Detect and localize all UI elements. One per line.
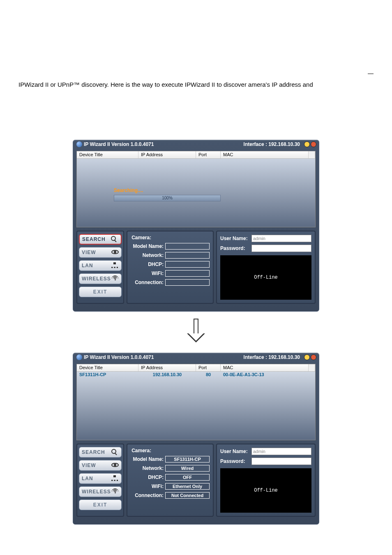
search-button[interactable]: SEARCH (79, 234, 122, 245)
username-label: User Name: (220, 449, 251, 454)
scrollbar-header (309, 151, 315, 158)
col-ip-address[interactable]: IP Address (138, 364, 196, 371)
search-button-label: SEARCH (82, 449, 105, 455)
connection-label: Connection: (130, 493, 165, 498)
lan-button-label: LAN (82, 476, 93, 481)
wireless-button[interactable]: WIRELESS (79, 273, 122, 284)
sidebar: SEARCH VIEW LAN WIRELESS EXIT (76, 231, 124, 304)
search-button[interactable]: SEARCH (79, 447, 122, 458)
network-value: Wired (165, 465, 210, 472)
list-header: Device Title IP Address Port MAC (77, 151, 315, 159)
col-mac[interactable]: MAC (221, 151, 309, 158)
lan-icon (111, 475, 119, 482)
wifi-value (165, 270, 210, 277)
search-button-label: SEARCH (82, 236, 106, 242)
search-icon (111, 236, 118, 243)
wifi-value: Ethernet Only (165, 483, 210, 490)
interface-label: Interface : 192.168.10.30 (244, 354, 300, 360)
progress-percent: 100% (114, 196, 220, 200)
preview-area: Off-Line (220, 468, 311, 513)
col-device-title[interactable]: Device Title (77, 364, 138, 371)
col-ip-address[interactable]: IP Address (138, 151, 196, 158)
window-title: IP Wizard II Version 1.0.0.4071 (84, 354, 154, 360)
wireless-button-label: WIRELESS (82, 276, 111, 282)
titlebar[interactable]: IP Wizard II Version 1.0.0.4071 Interfac… (73, 353, 319, 362)
username-field[interactable] (251, 235, 311, 242)
network-label: Network: (130, 465, 165, 471)
auth-panel: User Name: Password: Off-Line (216, 444, 316, 517)
close-icon[interactable] (311, 354, 316, 360)
preview-status: Off-Line (254, 275, 278, 280)
wifi-icon (111, 275, 119, 282)
model-value (165, 243, 210, 250)
cell-device-title: SF1311H-CP (77, 372, 138, 378)
view-button[interactable]: VIEW (79, 247, 122, 258)
exit-button-label: EXIT (93, 502, 108, 508)
wifi-label: WiFi: (130, 271, 165, 276)
view-button[interactable]: VIEW (79, 460, 122, 471)
password-label: Password: (220, 458, 251, 464)
view-button-label: VIEW (82, 250, 96, 255)
exit-button[interactable]: EXIT (79, 287, 122, 297)
password-field[interactable] (251, 458, 311, 465)
connection-value: Not Connected (165, 492, 210, 499)
list-body[interactable]: SF1311H-CP 192.168.10.30 80 00-0E-AE-A1-… (77, 372, 315, 440)
password-label: Password: (220, 245, 251, 251)
searching-label: Searching.... (114, 187, 221, 193)
network-label: Network: (130, 252, 165, 258)
col-mac[interactable]: MAC (221, 364, 309, 371)
wireless-button[interactable]: WIRELESS (79, 486, 122, 497)
dhcp-value (165, 261, 210, 268)
down-arrow-icon (187, 319, 205, 343)
ipwizard-window-result: IP Wizard II Version 1.0.0.4071 Interfac… (73, 353, 319, 525)
password-field[interactable] (251, 245, 311, 252)
camera-label: Camera: (130, 235, 165, 240)
list-body: Searching.... 100% (77, 159, 315, 227)
search-icon (111, 449, 119, 456)
interface-label: Interface : 192.168.10.30 (244, 141, 300, 147)
preview-area: Off-Line (220, 255, 311, 300)
minimize-icon[interactable] (304, 141, 310, 147)
dhcp-label: DHCP: (130, 261, 165, 267)
username-label: User Name: (220, 236, 251, 241)
dhcp-value: OFF (165, 474, 210, 481)
table-row[interactable]: SF1311H-CP 192.168.10.30 80 00-0E-AE-A1-… (77, 372, 315, 378)
list-header: Device Title IP Address Port MAC (77, 364, 315, 372)
cell-port: 80 (196, 372, 221, 378)
app-icon (76, 141, 82, 147)
camera-info-panel: Camera: Model Name:SF1311H-CP Network:Wi… (127, 444, 214, 517)
username-field[interactable] (251, 448, 311, 455)
minimize-icon[interactable] (304, 354, 310, 360)
lan-icon (111, 262, 119, 269)
page-dash: — (368, 70, 374, 76)
dhcp-label: DHCP: (130, 474, 165, 480)
page-intro-text: IPWizard II or UPnP™ discovery. Here is … (18, 80, 380, 90)
col-device-title[interactable]: Device Title (77, 151, 138, 158)
camera-info-panel: Camera: Model Name: Network: DHCP: WiFi:… (127, 231, 214, 304)
scrollbar-header (309, 364, 315, 371)
auth-panel: User Name: Password: Off-Line (216, 231, 316, 304)
eye-icon (111, 249, 119, 256)
device-list: Device Title IP Address Port MAC Searchi… (76, 151, 316, 227)
lan-button[interactable]: LAN (79, 473, 122, 484)
lan-button-label: LAN (82, 263, 93, 268)
searching-overlay: Searching.... 100% (114, 187, 221, 201)
eye-icon (111, 462, 119, 469)
search-progress: 100% (114, 195, 221, 201)
wifi-label: WiFi: (130, 483, 165, 489)
model-label: Model Name: (130, 456, 165, 462)
network-value (165, 252, 210, 259)
cell-mac: 00-0E-AE-A1-3C-13 (221, 372, 315, 378)
wifi-icon (111, 488, 119, 495)
col-port[interactable]: Port (196, 364, 221, 371)
exit-button-label: EXIT (93, 289, 108, 295)
sidebar: SEARCH VIEW LAN WIRELESS EXIT (76, 444, 124, 517)
close-icon[interactable] (311, 141, 316, 147)
model-label: Model Name: (130, 243, 165, 249)
connection-value (165, 279, 210, 286)
col-port[interactable]: Port (196, 151, 221, 158)
wireless-button-label: WIRELESS (82, 489, 111, 495)
exit-button[interactable]: EXIT (79, 500, 122, 510)
titlebar[interactable]: IP Wizard II Version 1.0.0.4071 Interfac… (73, 140, 319, 149)
lan-button[interactable]: LAN (79, 260, 122, 271)
